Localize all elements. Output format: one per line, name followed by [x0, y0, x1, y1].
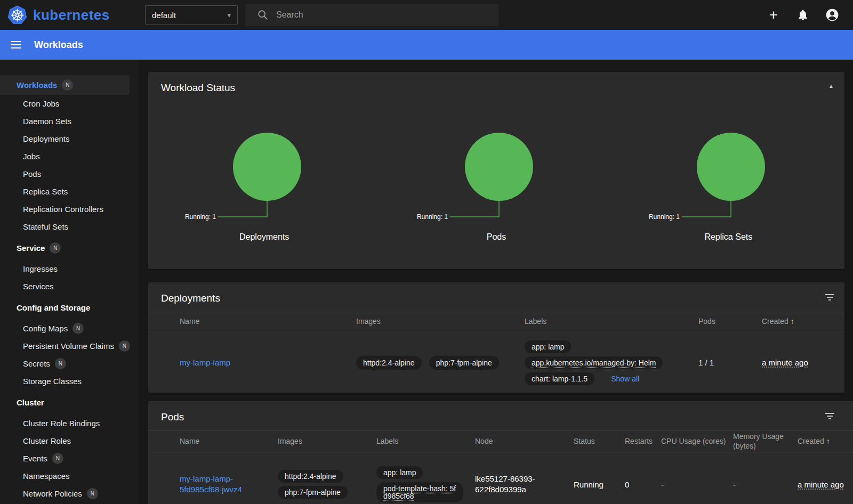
namespaced-badge: N — [87, 488, 98, 499]
filter-icon[interactable] — [824, 294, 835, 302]
chart-title: Pods — [380, 232, 612, 242]
namespaced-badge: N — [62, 79, 73, 91]
sidebar-item-namespaces[interactable]: Namespaces — [0, 467, 139, 485]
column-header-created[interactable]: Created↑ — [762, 317, 844, 327]
pie-annotation: Running: 1 — [649, 213, 680, 221]
column-header-labels[interactable]: Labels — [376, 437, 475, 446]
sidebar-item-replication-controllers[interactable]: Replication Controllers — [0, 200, 139, 218]
sidebar-item-storage-classes[interactable]: Storage Classes — [0, 372, 139, 390]
image-chip: httpd:2.4-alpine — [356, 356, 422, 370]
sidebar-item-workloads[interactable]: Workloads N — [0, 75, 130, 95]
sidebar-item-network-policies[interactable]: Network Policies N — [0, 485, 139, 502]
image-chip: php:7-fpm-alpine — [429, 356, 499, 370]
node-name: lke55127-86393-622f8d09399a — [475, 474, 574, 495]
pods-pie-chart: Running: 1 Pods — [380, 103, 612, 242]
pie-annotation: Running: 1 — [417, 213, 448, 221]
column-header-node[interactable]: Node — [475, 437, 574, 446]
top-app-bar: kubernetes default ▾ + — [0, 0, 853, 30]
label-chip: app: lamp — [376, 466, 423, 479]
create-resource-button[interactable]: + — [767, 8, 780, 22]
sidebar-section-config-and-storage: Config and Storage — [0, 299, 139, 316]
kubernetes-logo-icon — [7, 5, 27, 25]
sidebar-item-services[interactable]: Services — [0, 278, 139, 295]
namespace-selector[interactable]: default ▾ — [145, 5, 238, 25]
sidebar-item-persistent-volume-claims[interactable]: Persistent Volume Claims N — [0, 337, 139, 355]
notifications-button[interactable] — [796, 8, 810, 22]
namespaced-badge: N — [119, 340, 130, 352]
user-menu-button[interactable] — [825, 8, 839, 22]
namespaced-badge: N — [55, 358, 66, 369]
show-all-link[interactable]: Show all — [611, 375, 639, 383]
sidebar-nav: Workloads N Cron Jobs Daemon Sets Deploy… — [0, 60, 139, 504]
sidebar-item-cluster-role-bindings[interactable]: Cluster Role Bindings — [0, 414, 139, 432]
filter-icon[interactable] — [824, 413, 835, 421]
sidebar-item-cluster-roles[interactable]: Cluster Roles — [0, 432, 139, 450]
sidebar-item-events[interactable]: Events N — [0, 450, 139, 467]
sidebar-item-config-maps[interactable]: Config Maps N — [0, 320, 139, 337]
column-header-memory-usage[interactable]: Memory Usage (bytes) — [733, 432, 798, 451]
sidebar-item-replica-sets[interactable]: Replica Sets — [0, 183, 139, 200]
deployment-row: my-lamp-lamp httpd:2.4-alpine php:7-fpm-… — [148, 331, 844, 393]
pie-chart-svg: Running: 1 — [646, 103, 811, 227]
column-header-images[interactable]: Images — [356, 317, 525, 327]
replica-sets-pie-chart: Running: 1 Replica Sets — [613, 103, 844, 242]
label-chip: app: lamp — [525, 340, 571, 353]
menu-icon[interactable] — [10, 38, 22, 51]
deployment-name-link[interactable]: my-lamp-lamp — [180, 358, 230, 367]
column-header-name[interactable]: Name — [180, 317, 356, 327]
collapse-icon[interactable]: ▲ — [828, 83, 834, 89]
sidebar-item-ingresses[interactable]: Ingresses — [0, 260, 139, 278]
pod-memory-usage: - — [733, 480, 798, 489]
pod-status: Running — [574, 480, 625, 489]
page-title: Workloads — [34, 39, 83, 51]
pods-count: 1 / 1 — [698, 358, 762, 367]
created-timestamp: a minute ago — [762, 358, 808, 367]
sidebar-item-deployments[interactable]: Deployments — [0, 130, 139, 148]
sidebar-item-daemon-sets[interactable]: Daemon Sets — [0, 112, 139, 130]
pie-annotation: Running: 1 — [185, 213, 216, 221]
column-header-restarts[interactable]: Restarts — [625, 437, 661, 446]
workload-status-card: Workload Status ▲ Running: 1 Deployments — [148, 72, 844, 269]
brand-name: kubernetes — [33, 7, 110, 23]
column-header-cpu-usage[interactable]: CPU Usage (cores) — [661, 437, 733, 446]
sidebar-section-cluster: Cluster — [0, 394, 139, 411]
sidebar-item-cron-jobs[interactable]: Cron Jobs — [0, 95, 139, 112]
sidebar-item-jobs[interactable]: Jobs — [0, 148, 139, 165]
account-circle-icon — [825, 8, 839, 22]
deployments-table-header: Name Images Labels Pods Created↑ — [148, 312, 844, 331]
sidebar-item-pods[interactable]: Pods — [0, 165, 139, 183]
column-header-labels[interactable]: Labels — [525, 317, 698, 327]
pods-card: Pods Name Images Labels Node Status Rest… — [148, 401, 853, 504]
namespaced-badge: N — [50, 242, 61, 254]
column-header-created[interactable]: Created↑ — [798, 437, 853, 446]
column-header-name[interactable]: Name — [180, 437, 278, 446]
search-bar[interactable] — [245, 4, 498, 26]
column-header-pods[interactable]: Pods — [698, 317, 762, 327]
column-header-images[interactable]: Images — [278, 437, 376, 446]
label-chip: chart: lamp-1.1.5 — [525, 372, 594, 385]
label-chip: app.kubernetes.io/managed-by: Helm — [525, 356, 663, 369]
bell-icon — [796, 9, 809, 21]
pods-table-header: Name Images Labels Node Status Restarts … — [148, 430, 853, 452]
pod-cpu-usage: - — [661, 480, 733, 489]
sidebar-item-label: Workloads — [17, 80, 57, 90]
sidebar-section-service[interactable]: Service N — [0, 239, 139, 257]
chart-title: Deployments — [148, 232, 380, 242]
sidebar-item-secrets[interactable]: Secrets N — [0, 355, 139, 372]
topbar-actions: + — [767, 8, 853, 22]
search-input[interactable] — [276, 10, 491, 20]
pod-restarts: 0 — [625, 480, 661, 489]
column-header-status[interactable]: Status — [574, 437, 625, 446]
deployments-card: Deployments Name Images Labels Pods Crea… — [148, 282, 844, 393]
main-content: Workload Status ▲ Running: 1 Deployments — [139, 60, 853, 504]
namespaced-badge: N — [52, 453, 63, 464]
label-chip: pod-template-hash: 5fd985cf68 — [376, 482, 463, 502]
kubernetes-brand[interactable]: kubernetes — [0, 5, 145, 25]
sidebar-item-stateful-sets[interactable]: Stateful Sets — [0, 218, 139, 235]
plus-icon: + — [769, 8, 778, 22]
search-icon — [257, 9, 269, 21]
sort-asc-icon: ↑ — [791, 317, 794, 326]
pod-name-link[interactable]: my-lamp-lamp-5fd985cf68-jwvz4 — [180, 474, 242, 494]
chevron-down-icon: ▾ — [227, 11, 231, 19]
namespace-value: default — [152, 11, 227, 20]
